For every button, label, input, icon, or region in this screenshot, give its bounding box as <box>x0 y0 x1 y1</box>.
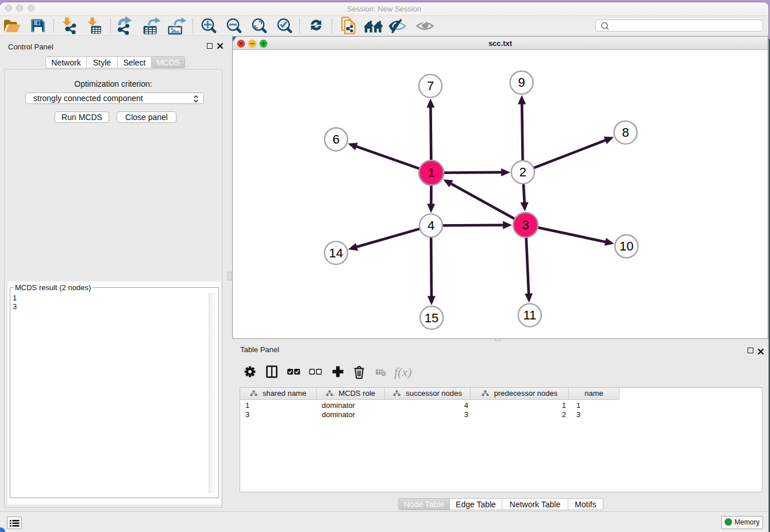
svg-text:9: 9 <box>518 75 525 90</box>
svg-text:10: 10 <box>619 239 633 253</box>
svg-text:11: 11 <box>523 308 536 322</box>
svg-text:6: 6 <box>333 132 340 147</box>
svg-text:3: 3 <box>522 218 529 232</box>
svg-text:8: 8 <box>622 125 629 140</box>
svg-text:2: 2 <box>519 165 526 179</box>
svg-text:1: 1 <box>428 165 434 180</box>
svg-text:15: 15 <box>425 311 438 325</box>
svg-text:f(x): f(x) <box>394 365 412 379</box>
svg-text:7: 7 <box>427 79 434 93</box>
svg-text:4: 4 <box>428 218 434 233</box>
svg-text:14: 14 <box>329 246 343 260</box>
